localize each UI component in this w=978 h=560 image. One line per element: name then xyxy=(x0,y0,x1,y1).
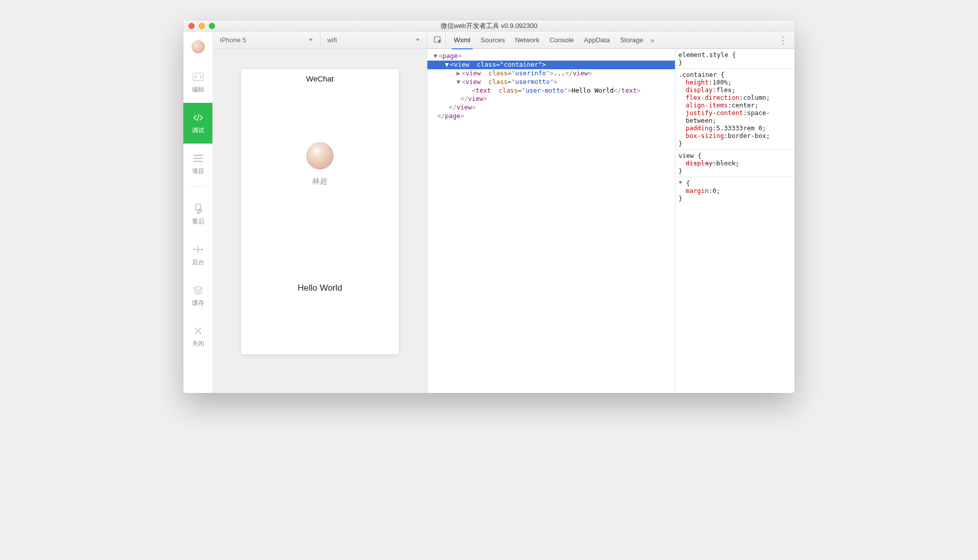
style-rule[interactable]: element.style { } xyxy=(678,51,792,66)
tabs-overflow-button[interactable]: » xyxy=(650,36,655,44)
tab-appdata[interactable]: AppData xyxy=(579,32,615,49)
sidebar-item-label: 关闭 xyxy=(192,340,204,348)
user-motto: Hello World xyxy=(297,283,342,293)
background-icon xyxy=(193,244,204,255)
network-select[interactable]: wifi xyxy=(320,32,427,48)
tree-row[interactable]: <text class="user-motto">Hello World</te… xyxy=(427,87,675,95)
tree-row[interactable]: ▼<page> xyxy=(427,52,675,61)
zoom-window-button[interactable] xyxy=(209,23,215,29)
network-select-value: wifi xyxy=(328,36,337,44)
style-divider xyxy=(675,177,795,177)
sidebar-item-cache[interactable]: 缓存 xyxy=(183,275,212,316)
tab-wxml[interactable]: Wxml xyxy=(449,32,476,49)
svg-marker-3 xyxy=(194,286,202,290)
tab-storage[interactable]: Storage xyxy=(615,32,648,49)
tree-row[interactable]: </view> xyxy=(427,103,675,112)
minimize-window-button[interactable] xyxy=(199,23,205,29)
app-window: 微信web开发者工具 v0.9.092300 编辑 调试 xyxy=(183,20,795,393)
tab-console[interactable]: Console xyxy=(545,32,579,49)
traffic-lights xyxy=(188,20,215,31)
sidebar-item-label: 后台 xyxy=(192,258,204,267)
titlebar: 微信web开发者工具 v0.9.092300 xyxy=(183,20,795,32)
tree-row[interactable]: ▼<view class="usermotto"> xyxy=(427,78,675,87)
user-name: 林超 xyxy=(312,177,328,186)
simulator-frame[interactable]: WeChat 林超 Hello World xyxy=(241,69,399,354)
devtools-tabstrip: Wxml Sources Network Console AppData Sto… xyxy=(427,32,795,49)
sidebar-item-project[interactable]: 项目 xyxy=(183,144,212,184)
preview-pane: iPhone 5 wifi WeChat 林超 Hello World xyxy=(213,32,427,393)
style-rule-star[interactable]: * { margin:0; } xyxy=(678,179,792,202)
devtools-menu-button[interactable]: ⋮ xyxy=(774,35,792,46)
close-icon xyxy=(193,325,204,337)
sidebar-item-label: 项目 xyxy=(192,167,204,176)
layers-icon xyxy=(193,285,204,296)
device-select[interactable]: iPhone 5 xyxy=(213,32,320,48)
chevron-down-icon xyxy=(416,39,420,41)
sidebar-item-label: 调试 xyxy=(192,126,204,135)
sidebar-item-restart[interactable]: 重启 xyxy=(183,194,212,235)
sidebar-item-label: 编辑 xyxy=(192,86,204,94)
sidebar-item-label: 缓存 xyxy=(192,299,204,307)
sidebar-item-edit[interactable]: 编辑 xyxy=(183,62,212,103)
devtools-pane: Wxml Sources Network Console AppData Sto… xyxy=(427,32,795,393)
tree-row[interactable]: </page> xyxy=(427,112,675,121)
style-divider xyxy=(675,149,795,150)
style-divider xyxy=(675,68,795,69)
restart-icon xyxy=(193,203,204,214)
styles-panel[interactable]: element.style { } .container { height:10… xyxy=(675,49,795,393)
devtools-body: ▼<page> ▼<view class="container"> ▶<view… xyxy=(427,49,795,393)
tab-sources[interactable]: Sources xyxy=(476,32,510,49)
preview-toolbar: iPhone 5 wifi xyxy=(213,32,427,49)
preview-canvas: WeChat 林超 Hello World xyxy=(213,49,427,393)
tab-network[interactable]: Network xyxy=(510,32,545,49)
tree-row-selected[interactable]: ▼<view class="container"> xyxy=(427,61,675,69)
app-header-title: WeChat xyxy=(241,69,399,86)
sidebar-item-debug[interactable]: 调试 xyxy=(183,103,212,144)
tree-row[interactable]: ▶<view class="userinfo">...</view> xyxy=(427,69,675,78)
tree-row[interactable]: </view> xyxy=(427,95,675,103)
app-body: 林超 Hello World xyxy=(241,86,399,354)
sidebar: 编辑 调试 项目 重启 xyxy=(183,32,213,393)
sidebar-divider xyxy=(191,186,206,187)
chevron-down-icon xyxy=(309,39,313,41)
window-title: 微信web开发者工具 v0.9.092300 xyxy=(441,21,537,31)
main-area: 编辑 调试 项目 重启 xyxy=(183,32,795,393)
code-icon xyxy=(193,71,204,82)
debug-icon xyxy=(193,112,204,123)
elements-tree[interactable]: ▼<page> ▼<view class="container"> ▶<view… xyxy=(427,49,675,393)
element-picker-button[interactable] xyxy=(430,32,446,49)
style-rule-container[interactable]: .container { height:100%; display:flex; … xyxy=(678,71,792,147)
sidebar-item-close[interactable]: 关闭 xyxy=(183,316,212,357)
style-rule-view[interactable]: view { display:block; } xyxy=(678,152,792,175)
menu-icon xyxy=(193,153,204,164)
sidebar-item-background[interactable]: 后台 xyxy=(183,235,212,275)
sidebar-item-label: 重启 xyxy=(192,217,204,226)
avatar-icon xyxy=(192,40,205,53)
sidebar-avatar[interactable] xyxy=(183,32,212,62)
user-avatar[interactable] xyxy=(306,142,334,170)
close-window-button[interactable] xyxy=(188,23,195,29)
device-select-value: iPhone 5 xyxy=(220,36,246,44)
